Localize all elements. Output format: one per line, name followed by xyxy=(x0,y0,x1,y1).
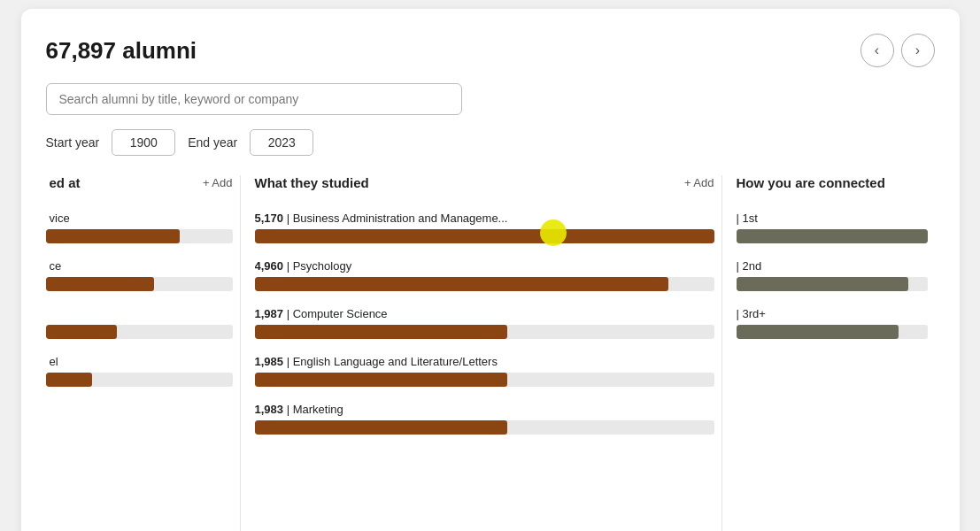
bar-track xyxy=(255,325,714,339)
nav-next-button[interactable]: › xyxy=(901,34,935,67)
col3-header: How you are connected xyxy=(737,175,928,196)
end-year-label: End year xyxy=(188,135,237,150)
list-item: | 3rd+ xyxy=(737,307,928,339)
list-item: ce xyxy=(46,259,233,291)
col-connected: How you are connected | 1st | 2nd | 3rd+ xyxy=(722,175,935,531)
bar-label: 1,985 | English Language and Literature/… xyxy=(255,355,714,368)
bar-label: 4,960 | Psychology xyxy=(255,259,714,273)
list-item: 5,170 | Business Administration and Mana… xyxy=(255,212,714,243)
bar-track xyxy=(737,277,928,291)
col2-add-button[interactable]: + Add xyxy=(684,176,714,189)
end-year-input[interactable] xyxy=(250,129,313,156)
bar-label: el xyxy=(46,355,233,368)
bar-label: 5,170 | Business Administration and Mana… xyxy=(255,212,714,225)
col2-header: What they studied + Add xyxy=(255,175,714,196)
list-item: | 1st xyxy=(737,212,928,243)
year-row: Start year End year xyxy=(46,129,935,156)
bar-track xyxy=(46,277,233,291)
bar-label xyxy=(46,307,233,320)
bar-fill xyxy=(255,325,507,339)
columns-row: ed at + Add vice ce xyxy=(46,175,935,531)
col-studied: What they studied + Add 5,170 | Business… xyxy=(241,175,722,531)
bar-track xyxy=(737,325,928,339)
bar-track xyxy=(46,373,233,387)
nav-prev-button[interactable]: ‹ xyxy=(860,34,894,67)
bar-fill xyxy=(255,277,668,291)
bar-track xyxy=(46,229,233,243)
bar-track xyxy=(255,420,714,435)
bar-track xyxy=(255,277,714,291)
bar-fill xyxy=(255,229,714,243)
col1-title: ed at xyxy=(46,175,81,190)
bar-label: ce xyxy=(46,259,233,273)
bar-track xyxy=(46,325,233,339)
list-item: 1,985 | English Language and Literature/… xyxy=(255,355,714,387)
bar-fill xyxy=(737,229,928,243)
bar-label: | 1st xyxy=(737,212,928,225)
bar-fill xyxy=(46,229,181,243)
nav-buttons: ‹ › xyxy=(860,34,935,67)
col-worked-at: ed at + Add vice ce xyxy=(46,175,241,531)
list-item: 1,987 | Computer Science xyxy=(255,307,714,339)
bar-track xyxy=(255,229,714,243)
list-item: | 2nd xyxy=(737,259,928,291)
list-item: 1,983 | Marketing xyxy=(255,403,714,435)
list-item: vice xyxy=(46,212,233,243)
col1-add-button[interactable]: + Add xyxy=(203,176,233,189)
bar-fill xyxy=(46,373,93,387)
bar-label: vice xyxy=(46,212,233,225)
bar-fill xyxy=(46,325,117,339)
bar-label: 1,983 | Marketing xyxy=(255,403,714,416)
list-item xyxy=(46,307,233,339)
col2-title: What they studied xyxy=(255,175,369,190)
bar-label: | 2nd xyxy=(737,259,928,273)
start-year-label: Start year xyxy=(46,135,100,150)
bar-fill xyxy=(737,277,908,291)
bar-fill xyxy=(46,277,154,291)
bar-label: 1,987 | Computer Science xyxy=(255,307,714,320)
list-item: 4,960 | Psychology xyxy=(255,259,714,291)
col3-title: How you are connected xyxy=(737,175,885,190)
alumni-card: 67,897 alumni ‹ › Start year End year ed… xyxy=(21,9,960,531)
bar-track xyxy=(255,373,714,387)
bar-fill xyxy=(737,325,899,339)
alumni-count: 67,897 alumni xyxy=(46,37,197,65)
bar-label: | 3rd+ xyxy=(737,307,928,320)
bar-fill xyxy=(255,420,507,435)
col1-header: ed at + Add xyxy=(46,175,233,196)
bar-track xyxy=(737,229,928,243)
bar-fill xyxy=(255,373,507,387)
list-item: el xyxy=(46,355,233,387)
start-year-input[interactable] xyxy=(112,129,175,156)
search-input[interactable] xyxy=(46,83,462,115)
header-row: 67,897 alumni ‹ › xyxy=(46,34,935,67)
